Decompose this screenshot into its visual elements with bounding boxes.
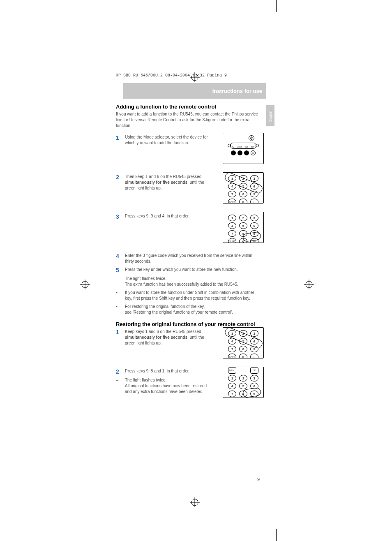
content: Adding a function to the remote control … [116, 104, 262, 408]
figure-keypad-1-6-b: 123 456 789 SHIFT0-/-- [223, 327, 264, 358]
section1-title: Adding a function to the remote control [116, 104, 262, 110]
figure-keypad-981: MENUOK 123 456 789 [223, 367, 264, 398]
step1-text: Using the Mode selector, select the devi… [125, 134, 211, 146]
bullet1: • If you want to store the function unde… [116, 290, 262, 301]
step5-text: Press the key under which you want to st… [125, 267, 238, 273]
header-line: XP SBC RU 545/00U.2 08-04-2004 11:32 Pag… [116, 73, 227, 78]
step3-block: 3 Press keys 9, 9 and 4, in that order. … [116, 213, 262, 250]
s2-step2-block: 2 Press keys 9, 8 and 1, in that order. … [116, 368, 262, 405]
step2-block: 2 Then keep 1 and 6 on the RU545 pressed… [116, 174, 262, 210]
step5-number: 5 [116, 267, 125, 273]
figure-keypad-1-6: 123 456 789 SHIFT0-/-- [223, 172, 264, 203]
s2-step1-block: 1 Keep keys 1 and 6 on the RU545 pressed… [116, 329, 262, 365]
page-number: 9 [257, 477, 260, 482]
step-dash1: – The light flashes twice. The extra fun… [116, 276, 262, 287]
banner-instructions: Instructions for use [123, 83, 266, 99]
s2-dash1-text: The light flashes twice. All original fu… [125, 377, 211, 395]
page: XP SBC RU 545/00U.2 08-04-2004 11:32 Pag… [0, 0, 392, 541]
bullet2: • For restoring the original function of… [116, 304, 262, 315]
bullet2-text: For restoring the original function of t… [125, 304, 233, 315]
s2-step1-number: 1 [116, 329, 125, 346]
step3-number: 3 [116, 213, 125, 220]
step5: 5 Press the key under which you want to … [116, 267, 262, 273]
registration-mark-icon [304, 280, 314, 289]
step1-block: 1 Using the Mode selector, select the de… [116, 134, 262, 171]
s2-step1-text: Keep keys 1 and 6 on the RU545 pressed s… [125, 329, 211, 346]
mode-slider: TVVIDEOSATAUX [230, 143, 256, 149]
step2-number: 2 [116, 174, 125, 191]
language-tab: English [266, 105, 274, 126]
registration-mark-icon [190, 497, 200, 507]
figure-keypad-994: 123 456 789 SHIFT0-/-- [223, 212, 264, 243]
step3-text: Press keys 9, 9 and 4, in that order. [125, 213, 211, 220]
section1-intro: If you want to add a function to the RU5… [116, 111, 262, 129]
dash1-text: The light flashes twice. The extra funct… [125, 276, 238, 287]
step4-text: Enter the 3-figure code which you receiv… [125, 253, 262, 264]
figure-mode-selector: ⏻ TVVIDEOSATAUX cc [223, 133, 264, 164]
step4: 4 Enter the 3-figure code which you rece… [116, 253, 262, 264]
step4-number: 4 [116, 253, 125, 264]
s2-step2-number: 2 [116, 368, 125, 375]
registration-mark-icon [80, 280, 90, 289]
step2-text: Then keep 1 and 6 on the RU545 pressed s… [125, 174, 211, 191]
bullet1-text: If you want to store the function under … [125, 290, 262, 301]
section2-title: Restoring the original functions of your… [116, 321, 262, 327]
power-icon: ⏻ [249, 135, 254, 141]
step1-number: 1 [116, 134, 125, 146]
s2-step2-text: Press keys 9, 8 and 1, in that order. [125, 368, 211, 375]
